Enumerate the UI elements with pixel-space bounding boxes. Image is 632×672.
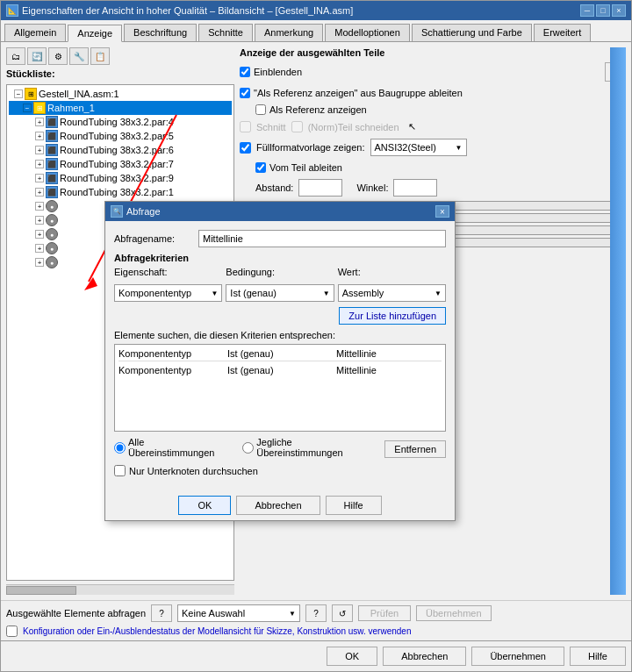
final-ubernehmen-button[interactable]: Übernehmen: [471, 647, 564, 666]
abfragename-input[interactable]: [198, 230, 446, 247]
eigenschaft-dropdown[interactable]: Komponententyp ▼: [114, 284, 222, 302]
dialog-buttons: OK Abbrechen Hilfe: [105, 490, 455, 520]
fullformat-label: Füllformatvorlage zeigen:: [256, 142, 365, 153]
icon-part-p5: ⬛: [46, 172, 58, 184]
icon-feature-sub3: ●: [46, 228, 58, 240]
main-window: 📐 Eigenschaften der Ansicht in hoher Qua…: [0, 0, 632, 672]
toolbar-btn-4[interactable]: 🔧: [69, 47, 89, 65]
final-hilfe-button[interactable]: Hilfe: [570, 647, 626, 666]
abstand-input[interactable]: [298, 179, 342, 197]
tab-anzeige[interactable]: Anzeige: [68, 25, 122, 42]
results-data-row: Komponententyp Ist (genau) Mittellinie: [118, 365, 442, 375]
entfernen-button[interactable]: Entfernen: [384, 440, 446, 458]
als-referenz-label: Als Referenz anzeigen: [269, 104, 367, 115]
fullformat-checkbox[interactable]: [240, 142, 251, 154]
einblenden-checkbox[interactable]: [240, 67, 250, 77]
abfragekriterien-header: Abfragekriterien: [114, 253, 446, 263]
tree-item-p5[interactable]: + ⬛ RoundTubing 38x3.2.par:9: [9, 171, 232, 185]
expand-p1[interactable]: +: [35, 118, 44, 126]
toolbar-btn-3[interactable]: ⚙: [48, 47, 68, 65]
icon-feature-sub1: ●: [46, 200, 58, 212]
final-abbrechen-button[interactable]: Abbrechen: [383, 647, 466, 666]
wert-dropdown[interactable]: Assembly ▼: [338, 284, 446, 302]
expand-sub4[interactable]: +: [35, 244, 44, 253]
tree-item-p4[interactable]: + ⬛ RoundTubing 38x3.2.par:7: [9, 157, 232, 171]
winkel-input[interactable]: [393, 179, 437, 197]
minimize-button[interactable]: ─: [580, 4, 594, 17]
expand-p2[interactable]: +: [35, 132, 44, 140]
dialog-close-button[interactable]: ×: [435, 205, 449, 218]
tab-erweitert[interactable]: Erweitert: [534, 24, 591, 41]
radio-all[interactable]: [114, 442, 126, 454]
dialog-hilfe-button[interactable]: Hilfe: [326, 496, 382, 515]
tab-modelloptionen[interactable]: Modelloptionen: [325, 24, 410, 41]
expand-p5[interactable]: +: [35, 174, 44, 182]
radio-all-label[interactable]: Alle Übereinstimmungen: [114, 437, 232, 458]
tab-schnitte[interactable]: Schnitte: [198, 24, 253, 41]
config-checkbox[interactable]: [6, 626, 18, 637]
abfrage-dialog: 🔍 Abfrage × Abfragename: Mittellinie Abf…: [104, 201, 456, 521]
unterknoten-checkbox[interactable]: [114, 465, 126, 476]
scrollbar-thumb[interactable]: [6, 586, 76, 595]
tab-beschriftung[interactable]: Beschriftung: [124, 24, 197, 41]
toolbar-btn-1[interactable]: 🗂: [6, 47, 25, 65]
radio-any-label[interactable]: Jegliche Übereinstimmungen: [242, 437, 379, 458]
vom-teil-checkbox[interactable]: [255, 162, 266, 173]
eigenschaft-value: Komponententyp: [118, 288, 191, 298]
tree-item-rahmen[interactable]: − ⊞ Rahmen_1: [9, 101, 232, 115]
info-icon-btn[interactable]: ?: [305, 604, 327, 622]
toolbar-btn-5[interactable]: 📋: [90, 47, 110, 65]
prufen-button[interactable]: Prüfen: [358, 605, 411, 621]
tree-item-p3[interactable]: + ⬛ RoundTubing 38x3.2.par:6: [9, 143, 232, 157]
fullformat-value: ANSI32(Steel): [375, 142, 436, 153]
dialog-abbrechen-button[interactable]: Abbrechen: [236, 496, 320, 515]
tree-item-root[interactable]: − ⊞ Gestell_INA.asm:1: [9, 87, 232, 101]
expand-rahmen[interactable]: −: [23, 104, 32, 112]
referenz-label: "Als Referenz anzeigen" aus Baugruppe ab…: [254, 88, 463, 98]
norm-teil-checkbox[interactable]: [291, 121, 303, 132]
expand-p3[interactable]: +: [35, 146, 44, 154]
help-icon-btn[interactable]: ?: [151, 604, 172, 622]
radio-any[interactable]: [242, 442, 254, 454]
keine-auswahl-dropdown[interactable]: Keine Auswahl ▼: [177, 604, 300, 622]
bedingung-dropdown[interactable]: Ist (genau) ▼: [226, 284, 334, 302]
tree-item-p1[interactable]: + ⬛ RoundTubing 38x3.2.par:4: [9, 115, 232, 129]
refresh-icon-btn[interactable]: ↺: [332, 604, 353, 622]
einblenden-label: Einblenden: [254, 67, 302, 77]
dialog-title-text: Abfrage: [126, 206, 161, 217]
stueckliste-label: Stückliste:: [6, 68, 234, 79]
expand-p4[interactable]: +: [35, 160, 44, 168]
expand-sub1[interactable]: +: [35, 202, 44, 211]
radio-row: Alle Übereinstimmungen Jegliche Übereins…: [114, 437, 379, 458]
expand-sub3[interactable]: +: [35, 230, 44, 239]
close-button[interactable]: ×: [612, 4, 626, 17]
tab-schattierung[interactable]: Schattierung und Farbe: [412, 24, 532, 41]
final-ok-button[interactable]: OK: [327, 647, 377, 666]
ubernehmen-bottom-button[interactable]: Übernehmen: [416, 605, 492, 621]
icon-part-p4: ⬛: [46, 158, 58, 170]
dialog-ok-button[interactable]: OK: [178, 496, 231, 515]
maximize-button[interactable]: □: [596, 4, 610, 17]
expand-root[interactable]: −: [14, 89, 23, 98]
title-bar-left: 📐 Eigenschaften der Ansicht in hoher Qua…: [6, 4, 353, 17]
radio-all-text: Alle Übereinstimmungen: [128, 437, 232, 458]
expand-p6[interactable]: +: [35, 188, 44, 197]
add-to-list-button[interactable]: Zur Liste hinzufügen: [339, 307, 446, 325]
bottom-section: Ausgewählte Elemente abfragen ? Keine Au…: [1, 600, 631, 640]
expand-sub5[interactable]: +: [35, 258, 44, 267]
horizontal-scrollbar[interactable]: [6, 584, 234, 595]
ausgewahlte-label: Ausgewählte Elemente abfragen: [6, 608, 146, 618]
unterknoten-row: Nur Unterknoten durchsuchen: [114, 465, 446, 476]
tab-anmerkung[interactable]: Anmerkung: [255, 24, 323, 41]
icon-part-p6: ⬛: [46, 186, 58, 198]
right-blue-bar: [610, 47, 626, 595]
tree-item-p2[interactable]: + ⬛ RoundTubing 38x3.2.par:5: [9, 129, 232, 143]
fullformat-dropdown[interactable]: ANSI32(Steel) ▼: [370, 139, 467, 156]
als-referenz-checkbox[interactable]: [255, 104, 266, 115]
schnitt-checkbox[interactable]: [240, 121, 251, 132]
tab-allgemein[interactable]: Allgemein: [4, 24, 66, 41]
expand-sub2[interactable]: +: [35, 216, 44, 225]
toolbar-btn-2[interactable]: 🔄: [27, 47, 47, 65]
tree-item-p6[interactable]: + ⬛ RoundTubing 38x3.2.par:1: [9, 185, 232, 199]
referenz-checkbox[interactable]: [240, 88, 250, 98]
